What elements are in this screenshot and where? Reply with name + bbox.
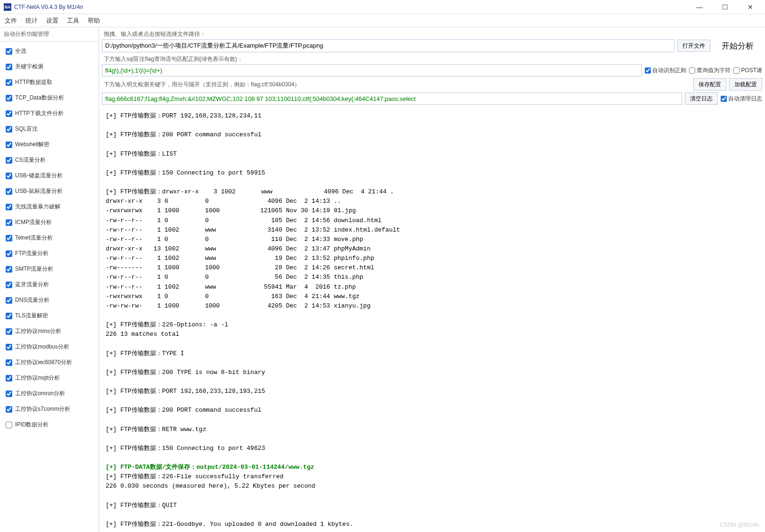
- sidebar-item[interactable]: ICMP流量分析: [2, 215, 97, 230]
- sidebar-item-label: HTTP数据提取: [15, 78, 52, 86]
- sidebar-item[interactable]: SQL盲注: [2, 121, 97, 137]
- minimize-button[interactable]: —: [692, 2, 707, 12]
- log-line: [106, 396, 758, 406]
- sidebar-item[interactable]: 工控协议mqtt分析: [2, 370, 97, 386]
- sidebar-checkbox[interactable]: [6, 95, 12, 101]
- log-line: [+] FTP-DATA数据/文件保存：output/2024-03-01-11…: [106, 463, 758, 472]
- sidebar-checkbox[interactable]: [6, 126, 12, 133]
- log-line: [106, 339, 758, 349]
- sidebar-item[interactable]: 关键字检测: [2, 59, 97, 75]
- sidebar-item-label: USB-键盘流量分析: [15, 172, 63, 180]
- log-line: [106, 377, 758, 387]
- sidebar-checkbox[interactable]: [6, 422, 12, 428]
- keywords-input[interactable]: [102, 92, 682, 105]
- sidebar-checkbox[interactable]: [6, 391, 12, 397]
- sidebar-header: 自动分析功能管理: [0, 27, 99, 42]
- sidebar-checkbox[interactable]: [6, 359, 12, 366]
- close-button[interactable]: ✕: [743, 2, 757, 12]
- menu-item[interactable]: 工具: [67, 17, 79, 25]
- sidebar-item[interactable]: FTP流量分析: [2, 246, 97, 261]
- sidebar-checkbox[interactable]: [6, 204, 12, 210]
- sidebar-item[interactable]: Webshell解密: [2, 137, 97, 152]
- hint-drag: 拖拽、输入或者点击按钮选择文件路径：: [102, 29, 762, 39]
- sidebar-item[interactable]: IPID数据分析: [2, 417, 97, 432]
- log-line: -rwxrwxrwx 1 0 0 163 Dec 4 21:44 www.tgz: [106, 292, 758, 301]
- opt-auto-regex[interactable]: 自动识别正则: [645, 66, 686, 75]
- sidebar-item[interactable]: TCP_Data数据分析: [2, 90, 97, 106]
- menu-item[interactable]: 统计: [25, 17, 38, 25]
- sidebar-checkbox[interactable]: [6, 219, 12, 226]
- sidebar-item-label: 关键字检测: [15, 63, 43, 71]
- log-line: [106, 416, 758, 425]
- sidebar-item-label: 工控协议omron分析: [15, 390, 65, 398]
- save-config-button[interactable]: 保存配置: [693, 78, 726, 91]
- sidebar-item-label: FTP流量分析: [15, 249, 49, 258]
- log-line: [+] FTP传输数据：PORT 192,168,233,128,193,215: [106, 387, 758, 396]
- sidebar-checkbox[interactable]: [6, 110, 12, 117]
- clear-log-button[interactable]: 清空日志: [685, 92, 718, 105]
- sidebar-checkbox[interactable]: [6, 157, 12, 164]
- menu-item[interactable]: 文件: [5, 17, 17, 25]
- sidebar-checkbox[interactable]: [6, 344, 12, 350]
- log-line: [+] FTP传输数据：QUIT: [106, 501, 758, 510]
- menubar: 文件统计设置工具帮助: [0, 14, 765, 27]
- maximize-button[interactable]: ☐: [718, 2, 732, 12]
- start-analysis-button[interactable]: 开始分析: [713, 41, 762, 51]
- sidebar-item[interactable]: 工控协议mms分析: [2, 324, 97, 339]
- sidebar-item-label: 蓝牙流量分析: [15, 281, 49, 289]
- sidebar-checkbox[interactable]: [6, 235, 12, 241]
- sidebar-item[interactable]: SMTP流量分析: [2, 261, 97, 277]
- sidebar-checkbox[interactable]: [6, 48, 12, 55]
- sidebar-item[interactable]: USB-鼠标流量分析: [2, 183, 97, 199]
- open-file-button[interactable]: 打开文件: [677, 40, 710, 52]
- log-line: -rw-r--r-- 1 0 0 105 Dec 2 14:56 downloa…: [106, 216, 758, 225]
- sidebar-item[interactable]: 工控协议modbus分析: [2, 339, 97, 355]
- sidebar-checkbox[interactable]: [6, 328, 12, 335]
- log-output[interactable]: [+] FTP传输数据：PORT 192,168,233,128,234,11 …: [102, 107, 762, 530]
- sidebar-item[interactable]: HTTP下载文件分析: [2, 106, 97, 121]
- sidebar-item[interactable]: HTTP数据提取: [2, 75, 97, 90]
- sidebar-item[interactable]: DNS流量分析: [2, 292, 97, 308]
- sidebar-checkbox[interactable]: [6, 173, 12, 179]
- log-line: [+] FTP传输数据：200 PORT command successful: [106, 130, 758, 140]
- sidebar-item-label: Webshell解密: [15, 141, 50, 149]
- sidebar-checkbox[interactable]: [6, 266, 12, 273]
- sidebar-item[interactable]: 工控协议s7comm分析: [2, 401, 97, 417]
- load-config-button[interactable]: 加载配置: [729, 78, 762, 91]
- sidebar-checkbox[interactable]: [6, 297, 12, 304]
- log-line: [+] FTP传输数据：PORT 192,168,233,128,234,11: [106, 111, 758, 121]
- sidebar-item[interactable]: 无线流量暴力破解: [2, 199, 97, 215]
- log-line: [106, 358, 758, 368]
- sidebar-checkbox[interactable]: [6, 406, 12, 413]
- regex-input[interactable]: [102, 64, 642, 76]
- main-panel: 拖拽、输入或者点击按钮选择文件路径： 打开文件 开始分析 下方输入sql盲注fl…: [99, 27, 765, 532]
- file-path-input[interactable]: [102, 39, 674, 52]
- sidebar-checkbox[interactable]: [6, 141, 12, 148]
- sidebar-item[interactable]: 全选: [2, 43, 97, 59]
- sidebar-item[interactable]: 工控协议omron分析: [2, 386, 97, 401]
- sidebar-checkbox[interactable]: [6, 250, 12, 257]
- sidebar-item[interactable]: 蓝牙流量分析: [2, 277, 97, 292]
- sidebar-item[interactable]: 工控协议iec60870分析: [2, 355, 97, 370]
- opt-auto-clear-log[interactable]: 自动清理日志: [721, 95, 762, 103]
- sidebar-item[interactable]: USB-键盘流量分析: [2, 168, 97, 183]
- sidebar-checkbox[interactable]: [6, 282, 12, 288]
- sidebar-checkbox[interactable]: [6, 375, 12, 382]
- sidebar-checkbox[interactable]: [6, 188, 12, 195]
- sidebar-item-label: 工控协议mqtt分析: [15, 374, 60, 382]
- sidebar-item-label: 全选: [15, 47, 26, 55]
- log-line: 221 Logout.: [106, 529, 758, 530]
- sidebar-item[interactable]: Telnet流量分析: [2, 230, 97, 246]
- sidebar-checkbox[interactable]: [6, 79, 12, 86]
- log-line: [+] FTP传输数据：200 PORT command successful: [106, 406, 758, 415]
- sidebar-checkbox[interactable]: [6, 313, 12, 319]
- opt-query-char[interactable]: 查询值为字符: [689, 66, 731, 75]
- sidebar-item[interactable]: CS流量分析: [2, 152, 97, 168]
- hint-keywords: 下方输入明文检测关键字，用分号隔开（支持正则，例如：flag;ctf;504b0…: [102, 80, 690, 90]
- menu-item[interactable]: 帮助: [88, 17, 100, 25]
- opt-post[interactable]: POST请: [733, 66, 762, 75]
- sidebar-checkbox[interactable]: [6, 64, 12, 70]
- log-line: [106, 159, 758, 168]
- menu-item[interactable]: 设置: [46, 17, 58, 25]
- sidebar-item[interactable]: TLS流量解密: [2, 308, 97, 324]
